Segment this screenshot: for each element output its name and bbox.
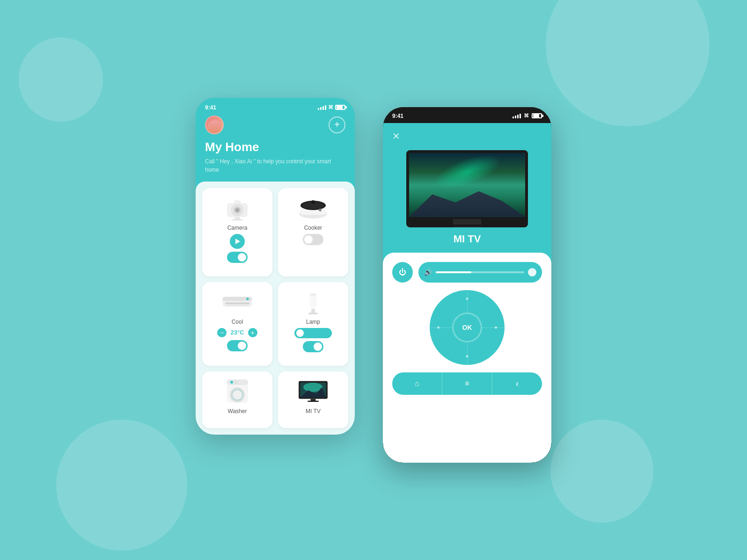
volume-icon: 🔊 [424,269,432,276]
svg-rect-22 [308,313,318,314]
battery-icon-2 [532,113,542,118]
signal-icon [318,105,326,110]
brightness-slider[interactable]: ☀ [294,328,332,338]
device-card-lamp: Lamp ☀ [278,282,348,366]
svg-rect-7 [232,219,243,220]
lamp-icon [304,286,322,317]
washer-label: Washer [228,408,247,415]
svg-point-28 [230,381,233,384]
phone1-header: 9:41 ⌘ + [196,98,355,182]
ok-button[interactable]: OK [452,313,482,342]
dpad-outer: OK [430,290,505,365]
bg-blob-2 [56,420,187,551]
nav-home-button[interactable]: ⌂ [392,372,442,395]
camera-icon [223,195,251,220]
svg-rect-36 [308,400,319,401]
remote-top-row: ⏻ 🔊 [392,262,542,283]
phone1-time: 9:41 [205,104,216,111]
svg-point-3 [235,208,239,212]
phone2-status-icons: ⌘ [513,113,542,119]
phone1-my-home: 9:41 ⌘ + [196,98,355,435]
remote-bottom-nav: ⌂ ≡ ‹ [392,372,542,395]
home-nav-icon: ⌂ [415,379,419,388]
lamp-label: Lamp [306,319,320,325]
volume-track [436,271,524,273]
svg-rect-24 [227,379,248,385]
washer-icon-area [221,377,254,405]
svg-point-13 [319,209,322,211]
wifi-icon: ⌘ [328,104,333,110]
device-card-cool: Cool − 23°C + [202,282,272,366]
mi-tv-label: MI TV [306,408,321,415]
svg-point-27 [233,390,242,400]
volume-slider[interactable]: 🔊 [418,262,542,283]
page-title: My Home [205,140,345,154]
dpad-dot-bottom [466,355,469,357]
temperature-value: 23°C [230,329,244,336]
tv-image [406,150,528,227]
cooker-icon-area [297,194,330,222]
tv-title: MI TV [454,233,481,245]
phone2-time: 9:41 [392,113,403,119]
device-card-cooker: Cooker [278,188,348,276]
temp-increase-button[interactable]: + [248,328,257,337]
device-grid: Camera [196,182,355,435]
svg-rect-21 [311,309,315,313]
svg-point-12 [311,200,315,204]
close-button[interactable]: ✕ [383,123,410,145]
battery-icon [335,105,345,110]
nav-menu-button[interactable]: ≡ [442,372,492,395]
phone2-mi-tv-remote: 9:41 ⌘ ✕ [383,107,551,463]
svg-rect-5 [234,200,241,204]
avatar[interactable] [205,116,224,134]
avatar-inner [206,116,223,133]
phone1-status-icons: ⌘ [318,104,345,110]
phone1-status-bar: 9:41 ⌘ [205,104,345,111]
power-button[interactable]: ⏻ [392,262,413,283]
temp-decrease-button[interactable]: − [217,328,227,337]
nav-back-button[interactable]: ‹ [492,372,542,395]
ac-icon-area [221,288,254,316]
svg-rect-19 [309,295,317,308]
svg-rect-16 [225,302,250,304]
camera-icon-area [221,194,254,222]
phone2-status-bar: 9:41 ⌘ [383,107,551,123]
tv-display-area: MI TV [383,145,551,253]
dpad-dot-left [437,326,439,328]
add-device-button[interactable]: + [329,116,345,133]
device-card-washer: Washer [202,371,272,428]
camera-toggle[interactable] [227,252,248,263]
page-subtitle: Call " Hey , Xiao Ai " to help you contr… [205,157,345,174]
phones-container: 9:41 ⌘ + [196,98,551,463]
cooker-label: Cooker [304,225,322,231]
lamp-icon-area [297,288,330,316]
back-nav-icon: ‹ [516,378,519,389]
cooker-icon [297,196,330,219]
temperature-control: − 23°C + [217,328,257,337]
tv-screen [409,153,525,217]
washer-icon [225,377,250,405]
remote-panel: ⏻ 🔊 [383,253,551,463]
device-card-camera: Camera [202,188,272,276]
signal-icon-2 [513,114,521,118]
power-icon: ⏻ [399,268,406,276]
volume-knob[interactable] [528,268,536,276]
svg-rect-17 [225,305,250,305]
svg-point-20 [309,293,317,296]
cool-toggle[interactable] [227,340,248,351]
device-card-mi-tv[interactable]: MI TV [278,371,348,428]
cooker-toggle[interactable] [303,234,323,245]
cool-label: Cool [232,319,243,325]
mi-tv-icon [297,377,330,405]
svg-point-18 [246,298,249,300]
mi-tv-icon-area [297,377,330,405]
phone2-content: ✕ MI TV ⏻ [383,123,551,463]
ac-icon [221,292,254,311]
bg-blob-4 [19,37,103,122]
avatar-figure [208,120,221,133]
lamp-toggle[interactable] [303,341,323,352]
dpad-dot-top [466,298,469,300]
bg-blob-1 [546,0,710,126]
camera-play-button[interactable] [230,234,245,249]
menu-nav-icon: ≡ [465,379,469,388]
